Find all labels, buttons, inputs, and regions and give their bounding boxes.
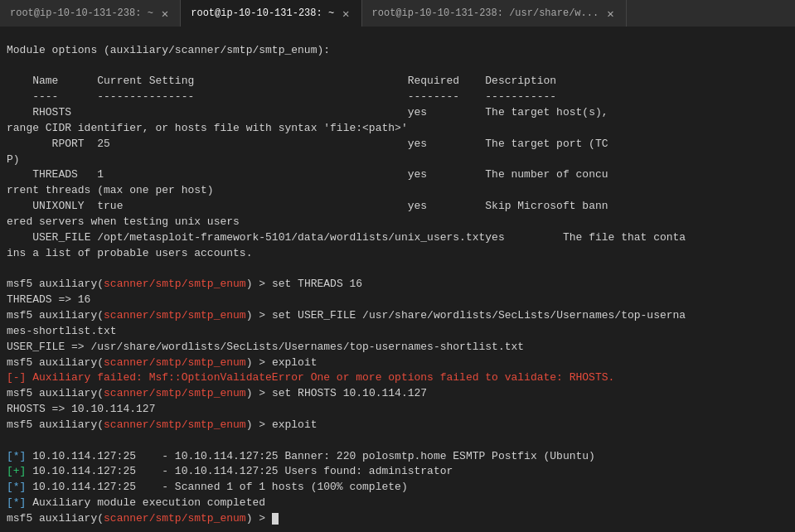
tab-3-label: root@ip-10-10-131-238: /usr/share/w...: [372, 7, 599, 19]
tab-bar: root@ip-10-10-131-238: ~ ✕ root@ip-10-10…: [0, 0, 795, 27]
tab-2-label: root@ip-10-10-131-238: ~: [191, 7, 334, 19]
tab-1-label: root@ip-10-10-131-238: ~: [10, 7, 153, 19]
terminal[interactable]: msf5 auxiliary(scanner/smtp/smtp_enum) >…: [0, 27, 795, 532]
tab-3[interactable]: root@ip-10-10-131-238: /usr/share/w... ✕: [362, 0, 627, 27]
tab-1[interactable]: root@ip-10-10-131-238: ~ ✕: [0, 0, 181, 27]
tab-1-close[interactable]: ✕: [160, 7, 170, 21]
tab-2-close[interactable]: ✕: [341, 7, 351, 21]
tab-2[interactable]: root@ip-10-10-131-238: ~ ✕: [181, 0, 361, 27]
tab-3-close[interactable]: ✕: [605, 7, 615, 21]
